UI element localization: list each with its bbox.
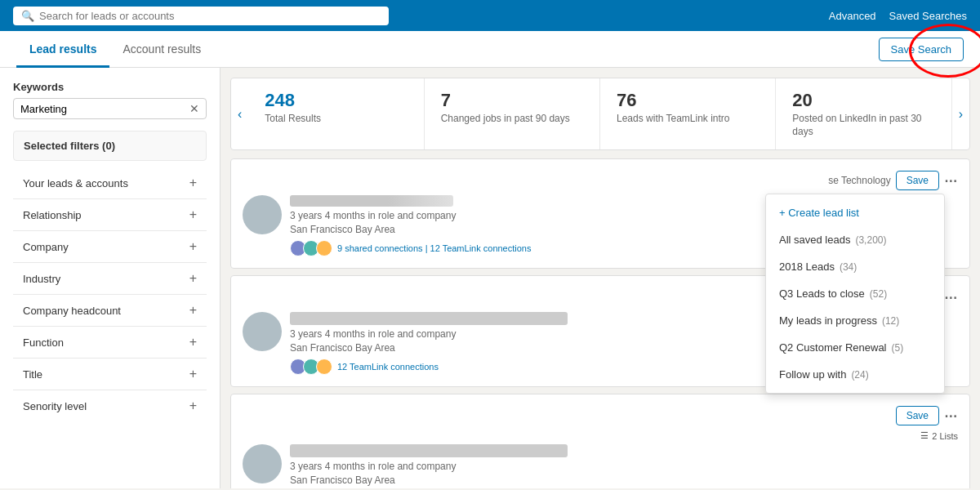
sidebar: Keywords ✕ Selected filters (0) Your lea…	[0, 68, 220, 488]
stat-changed-label: Changed jobs in past 90 days	[441, 113, 583, 126]
stat-teamlink-number: 76	[617, 90, 759, 111]
name-placeholder-2	[290, 312, 568, 325]
conn-avatar	[316, 240, 332, 256]
dropdown-item-label: All saved leads	[779, 234, 850, 246]
tab-lead-results[interactable]: Lead results	[16, 31, 109, 68]
dropdown-my-leads[interactable]: My leads in progress (12)	[766, 307, 944, 334]
card-3-header: Save ⋯	[243, 406, 958, 425]
filter-title[interactable]: Title +	[13, 359, 207, 390]
company-tag-1: se Technology	[828, 175, 891, 186]
connections-text-1: 9 shared connections | 12 TeamLink conne…	[337, 243, 531, 253]
connection-avatars-1	[290, 240, 332, 256]
card-3-role: 3 years 4 months in role and company	[290, 461, 958, 472]
saved-searches-link[interactable]: Saved Searches	[889, 10, 967, 22]
more-options-3[interactable]: ⋯	[944, 408, 958, 424]
search-icon: 🔍	[21, 10, 34, 22]
filter-relationship[interactable]: Relationship +	[13, 199, 207, 231]
stat-posted: 20 Posted on LinkedIn in past 30 days	[776, 78, 951, 149]
keywords-input[interactable]	[20, 103, 189, 115]
advanced-link[interactable]: Advanced	[829, 10, 876, 22]
expand-icon: +	[189, 367, 197, 381]
dropdown-2018-leads[interactable]: 2018 Leads (34)	[766, 253, 944, 280]
conn-avatar	[316, 359, 332, 375]
stat-total-label: Total Results	[265, 113, 407, 126]
expand-icon: +	[189, 399, 197, 413]
dropdown-item-count: (24)	[851, 369, 868, 381]
filters-list: Your leads & accounts + Relationship + C…	[13, 167, 207, 421]
filter-company[interactable]: Company +	[13, 231, 207, 263]
save-button-3[interactable]: Save	[896, 406, 939, 425]
save-dropdown: + Create lead list All saved leads (3,20…	[765, 194, 945, 394]
tab-row: Lead results Account results Save Search	[0, 31, 980, 68]
dropdown-item-count: (3,200)	[855, 234, 886, 246]
content-area: ‹ 248 Total Results 7 Changed jobs in pa…	[220, 68, 980, 488]
expand-icon: +	[189, 271, 197, 286]
card-1-header: se Technology Save ⋯	[243, 171, 958, 190]
stat-total-number: 248	[265, 90, 407, 111]
save-button-1[interactable]: Save	[896, 171, 939, 190]
expand-icon: +	[189, 176, 197, 190]
keywords-label: Keywords	[13, 81, 207, 93]
dropdown-item-count: (52)	[870, 288, 887, 300]
dropdown-q2-renewal[interactable]: Q2 Customer Renewal (5)	[766, 334, 944, 361]
stat-teamlink: 76 Leads with TeamLink intro	[600, 78, 776, 149]
lists-label-3: ☰ 2 Lists	[243, 430, 958, 441]
avatar-3	[243, 444, 282, 483]
dropdown-item-count: (12)	[882, 315, 899, 327]
dropdown-item-label: My leads in progress	[779, 314, 877, 327]
connection-avatars-2	[290, 359, 332, 375]
stat-teamlink-label: Leads with TeamLink intro	[617, 113, 759, 126]
nav-right: Advanced Saved Searches	[829, 10, 967, 22]
filter-company-headcount[interactable]: Company headcount +	[13, 295, 207, 327]
search-input[interactable]	[39, 10, 381, 22]
clear-keyword-button[interactable]: ✕	[189, 102, 199, 115]
card-3-info: 3 years 4 months in role and company San…	[290, 444, 958, 488]
stat-total: 248 Total Results	[248, 78, 424, 149]
dropdown-item-count: (5)	[892, 342, 904, 354]
filter-industry[interactable]: Industry +	[13, 263, 207, 295]
name-placeholder-3	[290, 444, 568, 457]
card-3-body: 3 years 4 months in role and company San…	[243, 444, 958, 488]
connections-text-2: 12 TeamLink connections	[337, 362, 439, 372]
save-search-button[interactable]: Save Search	[879, 38, 964, 61]
expand-icon: +	[189, 303, 197, 318]
lists-count: 2 Lists	[932, 431, 958, 441]
more-options-2[interactable]: ⋯	[944, 290, 958, 305]
keyword-input-wrap: ✕	[13, 98, 207, 119]
stat-changed-number: 7	[441, 90, 583, 111]
dropdown-all-saved[interactable]: All saved leads (3,200)	[766, 226, 944, 253]
more-options-1[interactable]: ⋯	[944, 173, 958, 189]
list-icon: ☰	[920, 430, 929, 441]
stats-next-arrow[interactable]: ›	[952, 78, 969, 149]
tab-account-results[interactable]: Account results	[109, 31, 214, 68]
main-layout: Keywords ✕ Selected filters (0) Your lea…	[0, 68, 980, 488]
tabs-container: Lead results Account results	[16, 31, 214, 67]
expand-icon: +	[189, 207, 197, 222]
dropdown-item-count: (34)	[840, 261, 857, 273]
search-bar[interactable]: 🔍	[13, 7, 389, 25]
filter-seniority[interactable]: Senority level +	[13, 390, 207, 421]
dropdown-item-label: Q3 Leads to close	[779, 287, 865, 300]
top-navigation: 🔍 Advanced Saved Searches	[0, 0, 980, 31]
card-3-location: San Francisco Bay Area	[290, 474, 958, 486]
stats-prev-arrow[interactable]: ‹	[231, 78, 248, 149]
create-lead-list-item[interactable]: + Create lead list	[766, 199, 944, 226]
dropdown-item-label: Q2 Customer Renewal	[779, 341, 887, 354]
filter-function[interactable]: Function +	[13, 327, 207, 359]
avatar-2	[243, 312, 282, 351]
result-card-3: Save ⋯ ☰ 2 Lists 3 years 4 months in rol…	[230, 394, 970, 488]
dropdown-item-label: Follow up with	[779, 368, 846, 381]
dropdown-follow-up[interactable]: Follow up with (24)	[766, 361, 944, 388]
selected-filters-title: Selected filters (0)	[24, 140, 196, 152]
stats-bar: ‹ 248 Total Results 7 Changed jobs in pa…	[230, 78, 970, 150]
expand-icon: +	[189, 239, 197, 254]
dropdown-item-label: 2018 Leads	[779, 261, 835, 273]
keywords-section: Keywords ✕	[13, 81, 207, 119]
expand-icon: +	[189, 335, 197, 350]
stat-changed-jobs: 7 Changed jobs in past 90 days	[425, 78, 600, 149]
selected-filters-section: Selected filters (0)	[13, 131, 207, 161]
dropdown-q3-leads[interactable]: Q3 Leads to close (52)	[766, 280, 944, 307]
stat-posted-label: Posted on LinkedIn in past 30 days	[792, 113, 934, 138]
name-placeholder-1	[290, 195, 453, 207]
filter-your-leads[interactable]: Your leads & accounts +	[13, 167, 207, 199]
